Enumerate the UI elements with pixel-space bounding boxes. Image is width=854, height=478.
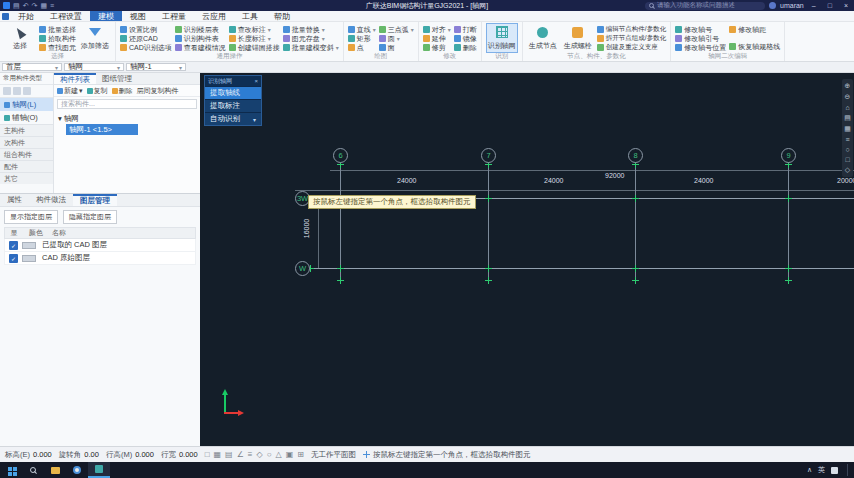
- face-button[interactable]: 面: [379, 43, 414, 52]
- show-layers-button[interactable]: 显示指定图层: [4, 210, 58, 224]
- trim-button[interactable]: 修剪: [423, 43, 451, 52]
- grid-toggle-icon[interactable]: ▦: [214, 450, 222, 459]
- home-view-icon[interactable]: ⌂: [845, 104, 849, 111]
- close-button[interactable]: ×: [840, 2, 852, 9]
- drawing-canvas[interactable]: 识别轴网 × 提取轴线 提取标注 自动识别▾ 6 7 8 9 3W W 9200…: [200, 73, 854, 446]
- nav-section-main[interactable]: 主构件: [0, 124, 53, 136]
- arc-button[interactable]: 三点弧▾: [379, 25, 414, 34]
- axis-bubble-w[interactable]: W: [295, 261, 310, 276]
- tree-item-grid-1[interactable]: 轴网-1 <1.5>: [66, 124, 138, 135]
- add-filter-button[interactable]: 添加筛选: [79, 23, 111, 53]
- tab-cloud[interactable]: 云应用: [194, 11, 234, 21]
- nav-view-icon-1[interactable]: [3, 87, 11, 95]
- notification-icon[interactable]: [831, 467, 838, 474]
- tab-component-list[interactable]: 构件列表: [54, 73, 96, 84]
- copy-between-floors-button[interactable]: 层间复制构件: [137, 86, 179, 96]
- point-button[interactable]: 点: [348, 43, 376, 52]
- tray-expand-icon[interactable]: ∧: [807, 466, 812, 474]
- new-component-button[interactable]: 新建▾: [57, 86, 83, 96]
- maximize-button[interactable]: □: [824, 2, 836, 9]
- tab-properties[interactable]: 属性: [0, 194, 29, 206]
- file-menu-icon[interactable]: [0, 11, 10, 21]
- tab-help[interactable]: 帮助: [266, 11, 298, 21]
- generate-node-button[interactable]: 生成节点: [527, 23, 559, 53]
- tab-layer-manage[interactable]: 图层管理: [73, 194, 117, 206]
- create-anchor-button[interactable]: 创建锚固搭接: [229, 43, 280, 52]
- delete-component-button[interactable]: 删除: [112, 86, 133, 96]
- panel-close-icon[interactable]: ×: [254, 78, 258, 84]
- nav-section-secondary[interactable]: 次构件: [0, 136, 53, 148]
- tab-start[interactable]: 开始: [10, 11, 42, 21]
- nav-item-grid[interactable]: 轴网(L): [0, 98, 53, 111]
- grid-view-icon[interactable]: ▦: [844, 125, 851, 133]
- tab-quantity[interactable]: 工程量: [154, 11, 194, 21]
- zoom-out-icon[interactable]: ⊖: [845, 93, 851, 101]
- tab-modeling[interactable]: 建模: [90, 11, 122, 21]
- undo-icon[interactable]: ↶: [23, 2, 29, 9]
- user-avatar[interactable]: [769, 2, 776, 9]
- circle-toggle-icon[interactable]: ○: [267, 450, 272, 459]
- layers-icon[interactable]: ▦: [40, 2, 47, 9]
- extract-annotation-button[interactable]: 提取标注: [205, 99, 261, 112]
- layer-color-swatch[interactable]: [22, 255, 36, 262]
- angle-toggle-icon[interactable]: ∠: [237, 450, 244, 459]
- minimize-button[interactable]: –: [808, 2, 820, 9]
- menu-icon[interactable]: ≡: [50, 2, 54, 9]
- layer-color-swatch[interactable]: [22, 242, 36, 249]
- auto-identify-button[interactable]: 自动识别▾: [205, 112, 261, 125]
- ortho-toggle-icon[interactable]: ≡: [248, 450, 253, 459]
- taskbar-search-button[interactable]: [22, 462, 44, 478]
- save-icon[interactable]: ▤: [13, 2, 20, 9]
- triangle-toggle-icon[interactable]: △: [276, 450, 282, 459]
- generate-bolt-button[interactable]: 生成螺栓: [562, 23, 594, 53]
- nav-view-icon-2[interactable]: [13, 87, 21, 95]
- language-indicator[interactable]: 英: [818, 465, 825, 475]
- layer-visible-checkbox[interactable]: ✓: [9, 241, 18, 250]
- nav-section-combined[interactable]: 组合构件: [0, 148, 53, 160]
- tab-component-method[interactable]: 构件做法: [29, 194, 73, 206]
- tab-view[interactable]: 视图: [122, 11, 154, 21]
- split-node-button[interactable]: 拆开节点组成/参数化: [597, 34, 666, 43]
- region-toggle-icon[interactable]: ▣: [286, 450, 294, 459]
- view-modeling-button[interactable]: 查看建模情况: [175, 43, 226, 52]
- list-view-icon[interactable]: ≡: [845, 136, 849, 143]
- axis-bubble-6[interactable]: 6: [333, 148, 348, 163]
- tree-group-grid[interactable]: ▾ 轴网: [54, 113, 200, 124]
- edit-axis-number-pos-button[interactable]: 修改轴号位置: [675, 43, 726, 52]
- nav-section-other[interactable]: 其它: [0, 172, 53, 184]
- batch-slope-button[interactable]: 批量建模变斜▾: [283, 43, 339, 52]
- orbit-icon[interactable]: ○: [845, 146, 849, 153]
- tab-project-settings[interactable]: 工程设置: [42, 11, 90, 21]
- axis-bubble-8[interactable]: 8: [628, 148, 643, 163]
- component-select[interactable]: 轴网-1▾: [126, 63, 186, 71]
- delete-button[interactable]: 删除: [454, 43, 477, 52]
- layer-toggle-icon[interactable]: ▤: [225, 450, 233, 459]
- cad-options-button[interactable]: CAD识别选项: [120, 43, 172, 52]
- identify-grid-panel-header[interactable]: 识别轴网 ×: [205, 76, 261, 86]
- category-select[interactable]: 轴网▾: [64, 63, 124, 71]
- identify-grid-button[interactable]: 识别轴网: [486, 23, 518, 53]
- show-desktop-button[interactable]: [847, 464, 849, 476]
- find-element-button[interactable]: 查找图元: [39, 43, 76, 52]
- redo-icon[interactable]: ↷: [32, 2, 38, 9]
- copy-component-button[interactable]: 复制: [87, 86, 108, 96]
- circle-button[interactable]: 圆▾: [379, 34, 414, 43]
- help-search-input[interactable]: 请输入功能名称或问题描述: [645, 2, 765, 10]
- select-tool-button[interactable]: 选择: [4, 23, 36, 53]
- zoom-in-icon[interactable]: ⊕: [845, 82, 851, 90]
- floor-select[interactable]: 首层▾: [2, 63, 62, 71]
- edit-node-component-button[interactable]: 编辑节点构件/参数化: [597, 25, 666, 34]
- axis-bubble-9[interactable]: 9: [781, 148, 796, 163]
- app-taskbar-button[interactable]: [88, 462, 110, 478]
- redefine-support-button[interactable]: 创建及重定义支座: [597, 43, 666, 52]
- component-search-input[interactable]: 搜索构件...: [57, 99, 197, 109]
- nav-item-aux-axis[interactable]: 辅轴(O): [0, 111, 53, 124]
- layers-view-icon[interactable]: ▤: [844, 114, 851, 122]
- start-button[interactable]: [0, 462, 22, 478]
- plus-toggle-icon[interactable]: ⊞: [297, 450, 304, 459]
- layer-row-extracted[interactable]: ✓ 已提取的 CAD 图层: [4, 239, 196, 252]
- tab-tools[interactable]: 工具: [234, 11, 266, 21]
- layer-visible-checkbox[interactable]: ✓: [9, 254, 18, 263]
- layer-row-original[interactable]: ✓ CAD 原始图层: [4, 252, 196, 265]
- browser-button[interactable]: [66, 462, 88, 478]
